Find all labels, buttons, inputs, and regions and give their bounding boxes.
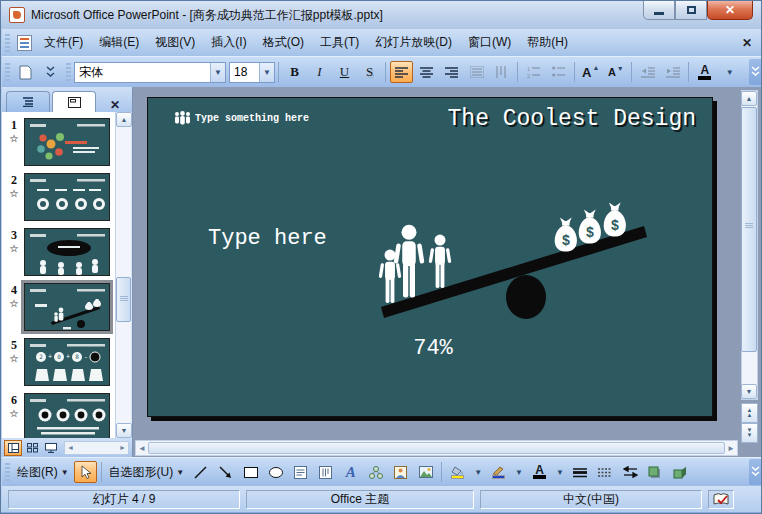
toolbar-options-button[interactable]	[749, 59, 762, 85]
slide-thumbnail-4-selected[interactable]: 4☆	[4, 283, 116, 331]
align-left-button[interactable]	[390, 61, 413, 83]
scroll-right-icon[interactable]: ►	[119, 444, 126, 451]
line-tool-button[interactable]	[189, 461, 212, 483]
standard-toolbar-options-button[interactable]	[39, 61, 62, 83]
toolbar-grip[interactable]	[5, 34, 10, 52]
line-color-dropdown[interactable]: ▼	[512, 461, 526, 483]
scroll-down-button[interactable]: ▼	[741, 384, 757, 399]
line-color-button[interactable]	[487, 461, 510, 483]
dropdown-arrow-icon[interactable]: ▼	[259, 63, 274, 82]
draw-font-color-dropdown[interactable]: ▼	[553, 461, 567, 483]
scroll-left-icon[interactable]: ◄	[67, 444, 74, 451]
close-button[interactable]: ✕	[707, 1, 753, 20]
slide-canvas[interactable]: Type something here The Coolest Design T…	[147, 97, 713, 417]
scrollbar-thumb[interactable]	[741, 107, 757, 352]
spell-check-button[interactable]	[708, 490, 734, 509]
arrow-tool-button[interactable]	[214, 461, 237, 483]
slide-thumbnail-1[interactable]: 1☆	[4, 118, 116, 166]
increase-indent-button[interactable]	[661, 61, 684, 83]
slide-note-textbox[interactable]: Type something here	[195, 113, 309, 124]
slide-sorter-view-button[interactable]	[23, 440, 41, 456]
dash-style-button[interactable]	[594, 461, 617, 483]
thumbnail-image[interactable]	[24, 393, 110, 438]
draw-font-color-button[interactable]: A	[528, 461, 551, 483]
numbered-list-button[interactable]: 12	[522, 61, 545, 83]
toolbar-grip[interactable]	[5, 63, 10, 81]
thumbnail-image[interactable]	[24, 118, 110, 166]
scrollbar-thumb[interactable]	[116, 277, 131, 322]
menu-file[interactable]: 文件(F)	[36, 30, 91, 55]
diagram-button[interactable]	[364, 461, 387, 483]
normal-view-button[interactable]	[4, 440, 22, 456]
oval-tool-button[interactable]	[264, 461, 287, 483]
font-color-button[interactable]: A	[693, 61, 716, 83]
next-slide-button[interactable]: ▼▼	[741, 423, 758, 443]
menu-format[interactable]: 格式(O)	[255, 30, 312, 55]
maximize-button[interactable]	[675, 1, 707, 20]
vertical-text-button[interactable]	[490, 61, 513, 83]
slide-thumbnail-2[interactable]: 2☆	[4, 173, 116, 221]
close-presentation-icon[interactable]: ✕	[742, 36, 752, 50]
editor-vertical-scrollbar[interactable]: ▲ ▼	[741, 90, 758, 400]
underline-button[interactable]: U	[333, 61, 356, 83]
menu-insert[interactable]: 插入(I)	[203, 30, 254, 55]
editor-horizontal-scrollbar[interactable]: ◄ ►	[135, 440, 738, 456]
distribute-button[interactable]	[465, 61, 488, 83]
menu-tools[interactable]: 工具(T)	[312, 30, 367, 55]
slide-body-textbox[interactable]: Type here	[208, 226, 327, 251]
insert-picture-button[interactable]	[414, 461, 437, 483]
align-right-button[interactable]	[440, 61, 463, 83]
powerpoint-app-icon[interactable]	[9, 7, 25, 23]
scroll-down-button[interactable]: ▼	[116, 423, 132, 438]
slide-thumbnail-5[interactable]: 5☆ 208 ++-	[4, 338, 116, 386]
autoshapes-menu-button[interactable]: 自选图形(U)▼	[105, 464, 189, 481]
rectangle-tool-button[interactable]	[239, 461, 262, 483]
scroll-left-icon[interactable]: ◄	[138, 444, 146, 453]
font-size-combobox[interactable]: 18 ▼	[229, 62, 275, 83]
align-center-button[interactable]	[415, 61, 438, 83]
text-shadow-button[interactable]: S	[358, 61, 381, 83]
seesaw-graphic[interactable]: $$$	[366, 191, 658, 346]
slide-thumbnail-6[interactable]: 6☆	[4, 393, 116, 438]
thumbnail-image[interactable]	[24, 173, 110, 221]
slide-thumbnail-3[interactable]: 3☆	[4, 228, 116, 276]
scroll-up-button[interactable]: ▲	[116, 112, 132, 127]
toolbar-grip[interactable]	[5, 463, 10, 481]
slide-title-textbox[interactable]: The Coolest Design	[448, 106, 696, 132]
slideshow-view-button[interactable]	[42, 440, 60, 456]
thumbnail-image[interactable]	[24, 228, 110, 276]
menu-window[interactable]: 窗口(W)	[460, 30, 519, 55]
minimize-button[interactable]	[643, 1, 675, 20]
bold-button[interactable]: B	[283, 61, 306, 83]
menu-view[interactable]: 视图(V)	[147, 30, 203, 55]
tab-slides[interactable]	[52, 91, 96, 112]
menu-help[interactable]: 帮助(H)	[519, 30, 576, 55]
dropdown-arrow-icon[interactable]: ▼	[210, 63, 225, 82]
shadow-style-button[interactable]	[644, 461, 667, 483]
close-pane-icon[interactable]: ✕	[110, 98, 120, 112]
tab-outline[interactable]	[6, 91, 50, 112]
font-name-combobox[interactable]: 宋体 ▼	[74, 62, 226, 83]
font-color-dropdown[interactable]: ▼	[718, 61, 741, 83]
status-language[interactable]: 中文(中国)	[480, 490, 702, 509]
scroll-up-button[interactable]: ▲	[741, 91, 757, 106]
scrollbar-thumb[interactable]	[148, 442, 725, 454]
thumbnail-image[interactable]: 208 ++-	[24, 338, 110, 386]
decrease-font-size-button[interactable]: A▼	[604, 61, 627, 83]
toolbar-options-button[interactable]	[749, 459, 762, 485]
draw-menu-button[interactable]: 绘图(R)▼	[13, 464, 73, 481]
menu-slideshow[interactable]: 幻灯片放映(D)	[367, 30, 460, 55]
percent-textbox[interactable]: 74%	[378, 336, 488, 361]
bullet-list-button[interactable]	[547, 61, 570, 83]
arrow-style-button[interactable]	[619, 461, 642, 483]
new-slide-button[interactable]	[14, 61, 37, 83]
pane-scrollbar[interactable]: ▲ ▼	[115, 112, 131, 438]
toolbar-grip[interactable]	[66, 63, 71, 81]
thumbnail-image[interactable]	[24, 283, 110, 331]
vertical-text-box-button[interactable]	[314, 461, 337, 483]
wordart-button[interactable]: A	[339, 461, 362, 483]
status-slide-info[interactable]: 幻灯片 4 / 9	[8, 490, 240, 509]
3d-style-button[interactable]	[669, 461, 692, 483]
previous-slide-button[interactable]: ▲▲	[741, 403, 758, 423]
select-objects-button[interactable]	[74, 461, 97, 483]
